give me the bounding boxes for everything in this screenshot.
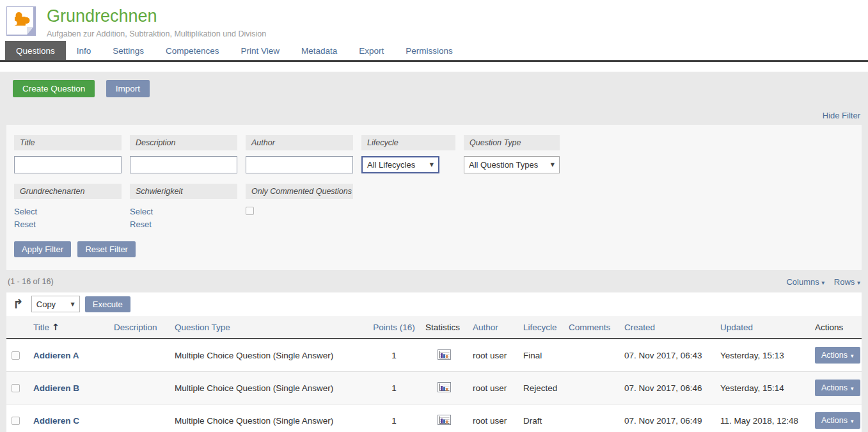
author-cell: root user	[468, 339, 518, 372]
table-header-row: Title↑ Description Question Type Points …	[6, 316, 862, 339]
lifecycle-cell: Draft	[518, 404, 564, 432]
lifecycle-cell: Final	[518, 339, 564, 372]
reset-filter-button[interactable]: Reset Filter	[77, 241, 135, 257]
question-description-cell	[109, 372, 170, 404]
page-subtitle: Aufgaben zur Addition, Subtraktion, Mult…	[47, 29, 266, 38]
hide-filter-link[interactable]: Hide Filter	[823, 111, 860, 120]
tab-metadata[interactable]: Metadata	[290, 41, 348, 60]
chevron-down-icon: ▼	[430, 162, 434, 168]
bar-chart-icon[interactable]	[438, 349, 451, 362]
question-description-cell	[109, 404, 170, 432]
column-title[interactable]: Title↑	[28, 316, 109, 339]
filter-description-input[interactable]	[130, 156, 237, 173]
tab-permissions[interactable]: Permissions	[395, 41, 464, 60]
table-body: Addieren AMultiple Choice Question (Sing…	[6, 339, 862, 432]
create-question-button[interactable]: Create Question	[13, 80, 95, 97]
import-button[interactable]: Import	[106, 80, 150, 97]
column-updated[interactable]: Updated	[715, 316, 810, 339]
questions-table-wrap: ↱ Copy ▼ Execute Title↑ Description Ques…	[6, 292, 862, 432]
row-checkbox[interactable]	[12, 384, 20, 392]
columns-dropdown[interactable]: Columns ▾	[786, 277, 825, 287]
tab-print-view[interactable]: Print View	[230, 41, 290, 60]
rows-dropdown-label: Rows	[834, 277, 855, 287]
tab-info[interactable]: Info	[66, 41, 102, 60]
comments-cell	[564, 339, 619, 372]
filter-lifecycle-value: All Lifecycles	[367, 160, 415, 170]
lifecycle-cell: Rejected	[518, 372, 564, 404]
tab-export[interactable]: Export	[348, 41, 395, 60]
author-cell: root user	[468, 404, 518, 432]
rows-dropdown[interactable]: Rows ▾	[834, 277, 860, 287]
chevron-down-icon: ▾	[821, 279, 825, 286]
filter-title-input[interactable]	[14, 156, 122, 173]
question-pool-puzzle-icon	[6, 6, 36, 36]
actions-cell: Actions▾	[810, 372, 862, 404]
statistics-cell	[420, 339, 468, 372]
grundrechenarten-reset-link[interactable]: Reset	[14, 220, 36, 229]
row-checkbox[interactable]	[12, 417, 20, 425]
column-points[interactable]: Points (16)	[368, 316, 420, 339]
question-title-link[interactable]: Addieren B	[33, 383, 79, 393]
row-checkbox[interactable]	[12, 351, 20, 360]
created-cell: 07. Nov 2017, 06:43	[619, 339, 715, 372]
filter-author-input[interactable]	[246, 156, 353, 173]
row-checkbox-cell	[6, 372, 28, 404]
actions-button[interactable]: Actions▾	[815, 380, 860, 396]
points-cell: 1	[368, 372, 420, 404]
table-row: Addieren AMultiple Choice Question (Sing…	[6, 339, 862, 372]
column-question-type[interactable]: Question Type	[170, 316, 368, 339]
bulk-action-select[interactable]: Copy ▼	[31, 296, 80, 312]
column-created[interactable]: Created	[619, 316, 715, 339]
tab-competences[interactable]: Competences	[155, 41, 230, 60]
tab-questions[interactable]: Questions	[5, 41, 66, 60]
column-lifecycle[interactable]: Lifecycle	[518, 316, 564, 339]
bulk-action-row: ↱ Copy ▼ Execute	[6, 292, 862, 316]
table-row: Addieren BMultiple Choice Question (Sing…	[6, 372, 862, 404]
question-title-cell: Addieren C	[28, 404, 109, 432]
actions-button[interactable]: Actions▾	[815, 347, 860, 364]
question-title-link[interactable]: Addieren C	[33, 416, 79, 426]
questions-table: Title↑ Description Question Type Points …	[6, 316, 862, 432]
schwierigkeit-select-link[interactable]: Select	[130, 207, 153, 216]
question-title-link[interactable]: Addieren A	[33, 351, 79, 360]
question-description-cell	[109, 339, 170, 372]
schwierigkeit-reset-link[interactable]: Reset	[130, 220, 152, 229]
created-cell: 07. Nov 2017, 06:46	[619, 372, 715, 404]
chevron-down-icon: ▾	[857, 279, 860, 286]
filter-only-commented-label: Only Commented Questions	[246, 184, 353, 199]
column-title-label[interactable]: Title	[33, 323, 49, 332]
filter-question-type-label: Question Type	[464, 135, 560, 150]
question-type-cell: Multiple Choice Question (Single Answer)	[170, 372, 368, 404]
question-type-cell: Multiple Choice Question (Single Answer)	[170, 404, 368, 432]
filter-lifecycle-label: Lifecycle	[361, 135, 455, 150]
column-author[interactable]: Author	[468, 316, 518, 339]
column-actions: Actions	[810, 316, 862, 339]
row-checkbox-cell	[6, 339, 28, 372]
columns-dropdown-label: Columns	[786, 277, 819, 287]
bulk-action-value: Copy	[36, 300, 56, 309]
points-cell: 1	[368, 404, 420, 432]
only-commented-checkbox[interactable]	[246, 207, 254, 215]
chevron-down-icon: ▼	[551, 162, 555, 168]
grundrechenarten-select-link[interactable]: Select	[14, 207, 37, 216]
tab-settings[interactable]: Settings	[102, 41, 155, 60]
filter-author-label: Author	[246, 135, 353, 150]
bar-chart-icon[interactable]	[438, 415, 451, 427]
updated-cell: Yesterday, 15:14	[715, 372, 810, 404]
apply-filter-button[interactable]: Apply Filter	[14, 241, 71, 257]
hide-filter-row: Hide Filter	[0, 106, 868, 125]
execute-button[interactable]: Execute	[85, 296, 130, 312]
points-cell: 1	[368, 339, 420, 372]
question-type-cell: Multiple Choice Question (Single Answer)	[170, 339, 368, 372]
bar-chart-icon[interactable]	[438, 382, 451, 394]
filter-grundrechenarten-label: Grundrechenarten	[14, 184, 122, 199]
column-description[interactable]: Description	[109, 316, 170, 339]
column-comments[interactable]: Comments	[564, 316, 619, 339]
author-cell: root user	[468, 372, 518, 404]
filter-question-type-select[interactable]: All Question Types ▼	[464, 156, 560, 173]
filter-lifecycle-select[interactable]: All Lifecycles ▼	[361, 156, 439, 173]
actions-cell: Actions▾	[810, 404, 862, 432]
actions-button-label: Actions	[821, 351, 848, 360]
actions-button[interactable]: Actions▾	[815, 412, 860, 429]
row-checkbox-cell	[6, 404, 28, 432]
